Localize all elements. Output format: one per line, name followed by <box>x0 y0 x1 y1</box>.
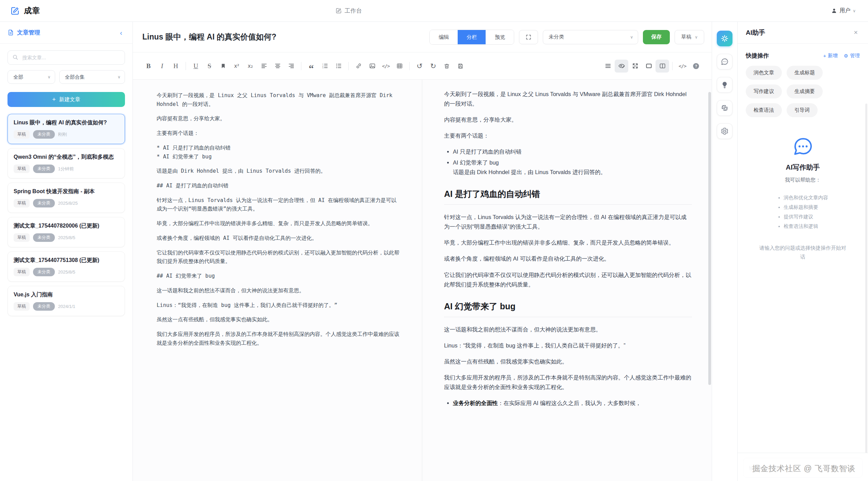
bookmark-icon <box>220 63 226 69</box>
source-paragraph: 内容挺有意思，分享给大家。 <box>157 114 401 123</box>
collection-filter-select[interactable]: 全部合集 ∨ <box>59 70 125 84</box>
align-center-button[interactable] <box>271 60 284 73</box>
category-badge: 未分类 <box>33 302 55 311</box>
save-file-icon <box>457 63 463 69</box>
app-brand[interactable]: 成章 <box>0 5 40 16</box>
preview-scrollbar[interactable] <box>708 92 711 385</box>
italic-button[interactable]: I <box>155 60 169 73</box>
workspace-edit-icon <box>335 7 342 14</box>
close-icon[interactable]: × <box>852 28 860 37</box>
align-left-button[interactable] <box>257 60 271 73</box>
source-code-button[interactable]: </> <box>676 60 689 73</box>
save-button[interactable]: 保存 <box>643 30 670 44</box>
article-time: 2024/1/1 <box>58 304 76 309</box>
watermark: 掘金技术社区 @ 飞哥数智谈 <box>742 456 865 480</box>
nav-workspace[interactable]: 工作台 <box>335 7 362 15</box>
link-button[interactable] <box>352 60 365 73</box>
redo-button[interactable]: ↻ <box>426 60 440 73</box>
bookmark-button[interactable] <box>216 60 230 73</box>
unordered-list-button[interactable] <box>332 60 345 73</box>
article-title: Vue.js 入门指南 <box>14 291 119 298</box>
quote-button[interactable]: “ <box>304 60 318 73</box>
article-card[interactable]: Linus 眼中，编程 AI 的真实价值如何?草稿未分类刚刚 <box>7 114 125 144</box>
article-time: 1分钟前 <box>58 166 74 172</box>
settings-button[interactable] <box>717 123 732 139</box>
heading-button[interactable]: H <box>169 60 183 73</box>
split-view-button[interactable] <box>656 60 669 73</box>
quick-action-pill[interactable]: 检查语法 <box>746 103 782 117</box>
subscript-button[interactable]: x₂ <box>243 60 257 73</box>
table-button[interactable] <box>393 60 406 73</box>
preview-pane[interactable]: 今天刷到了一段视频，是 Linux 之父 Linus Torvalds 与 VM… <box>422 80 712 481</box>
manage-quick-actions-link[interactable]: ⚙ 管理 <box>844 52 860 59</box>
code-inline-icon: </> <box>382 63 390 69</box>
strikethrough-icon: S <box>208 62 211 70</box>
search-input[interactable] <box>7 50 125 65</box>
article-meta: 草稿未分类2025/8/5 <box>14 233 119 242</box>
draft-status-select[interactable]: 草稿 ∨ <box>675 30 704 44</box>
sidebar-tools: 全部 ∨ 全部合集 ∨ + 新建文章 <box>0 44 132 107</box>
add-quick-action-link[interactable]: + 新增 <box>823 52 838 59</box>
source-paragraph: 我们大多应用开发的程序员，所涉及的工作本身就不是特别高深的内容。个人感觉这类工作… <box>157 330 401 347</box>
bold-button[interactable]: B <box>142 60 155 73</box>
new-article-button[interactable]: + 新建文章 <box>7 92 125 107</box>
article-card[interactable]: 测试文章_1754407751308 (已更新)草稿未分类2025/8/5 <box>7 251 125 282</box>
preview-only-icon <box>646 63 652 69</box>
image-button[interactable] <box>365 60 379 73</box>
save-file-button[interactable] <box>454 60 467 73</box>
fullscreen-button[interactable] <box>519 30 538 44</box>
preview-list-continuation: 话题是由 Dirk Hohndel 提出，由 Linus Torvalds 进行… <box>453 167 692 177</box>
plugin-button[interactable] <box>717 100 732 116</box>
quick-action-pill[interactable]: 引导词 <box>787 103 818 117</box>
quick-action-pill[interactable]: 润色文章 <box>746 66 782 80</box>
trash-button[interactable] <box>440 60 454 73</box>
code-inline-button[interactable]: </> <box>379 60 393 73</box>
user-menu[interactable]: 用户 ∨ <box>831 7 856 14</box>
tab-编辑[interactable]: 编辑 <box>430 30 458 44</box>
quick-action-pill[interactable]: 生成摘要 <box>787 84 823 98</box>
toolbar-divider <box>672 62 673 70</box>
article-card[interactable]: 测试文章_1754407820006 (已更新)草稿未分类2025/8/5 <box>7 217 125 247</box>
status-badge: 草稿 <box>14 165 30 173</box>
help-button[interactable]: ? <box>689 60 703 73</box>
quick-action-pill[interactable]: 生成标题 <box>787 66 823 80</box>
article-card[interactable]: Qwen3 Omni 的“全模态”，到底和多模态草稿未分类1分钟前 <box>7 148 125 179</box>
plus-icon: + <box>52 96 56 103</box>
preview-toggle-button[interactable] <box>615 60 628 73</box>
preview-list-item: AI 只是打了鸡血的自动纠错 <box>453 147 692 156</box>
superscript-button[interactable]: x² <box>230 60 243 73</box>
sidebar-title-group: 文章管理 <box>7 29 40 36</box>
workspace-label: 工作台 <box>345 7 362 15</box>
preview-heading: AI 幻觉带来了 bug <box>444 301 692 317</box>
align-right-button[interactable] <box>284 60 298 73</box>
search-icon <box>12 54 18 60</box>
tab-分栏[interactable]: 分栏 <box>458 30 486 44</box>
ai-sparkle-button[interactable] <box>717 31 732 46</box>
align-center-icon <box>274 63 281 69</box>
category-select[interactable]: 未分类 ∨ <box>543 30 638 44</box>
assistant-scrollbar[interactable] <box>865 104 867 471</box>
preview-only-button[interactable] <box>642 60 656 73</box>
format-toolbar: BIHUSx²x₂“123</>↺↻ </>? <box>133 52 712 80</box>
toolbar-divider <box>301 62 301 70</box>
status-filter-select[interactable]: 全部 ∨ <box>7 70 55 84</box>
strikethrough-button[interactable]: S <box>203 60 216 73</box>
outline-button[interactable] <box>601 60 615 73</box>
source-code-icon: </> <box>679 63 686 69</box>
article-card[interactable]: Spring Boot 快速开发指南 - 副本草稿未分类2025/8/25 <box>7 183 125 213</box>
fullscreen-arrows-button[interactable] <box>628 60 642 73</box>
ordered-list-button[interactable]: 123 <box>318 60 332 73</box>
suggestions-button[interactable] <box>717 77 732 93</box>
chat-panel-button[interactable] <box>717 54 732 69</box>
source-paragraph: 话题是由 Dirk Hohndel 提出，由 Linus Torvalds 进行… <box>157 167 401 176</box>
editor-header: Linus 眼中，编程 AI 的真实价值如何? 编辑分栏预览 未分类 ∨ <box>133 22 712 52</box>
undo-button[interactable]: ↺ <box>413 60 426 73</box>
quick-action-pill[interactable]: 写作建议 <box>746 84 782 98</box>
collapse-sidebar-button[interactable]: ‹ <box>117 28 125 37</box>
article-card[interactable]: Vue.js 入门指南草稿未分类2024/1/1 <box>7 286 125 316</box>
preview-paragraph: 我们大多应用开发的程序员，所涉及的工作本身就不是特别高深的内容。个人感觉这类工作… <box>444 373 692 392</box>
markdown-source-pane[interactable]: 今天刷到了一段视频，是 Linux 之父 Linus Torvalds 与 VM… <box>133 80 422 481</box>
underline-button[interactable]: U <box>189 60 203 73</box>
tab-预览[interactable]: 预览 <box>486 30 514 44</box>
preview-list: 业务分析的全面性：在实际应用 AI 编程这么久之后，我认为，大多数时候， <box>444 398 692 408</box>
